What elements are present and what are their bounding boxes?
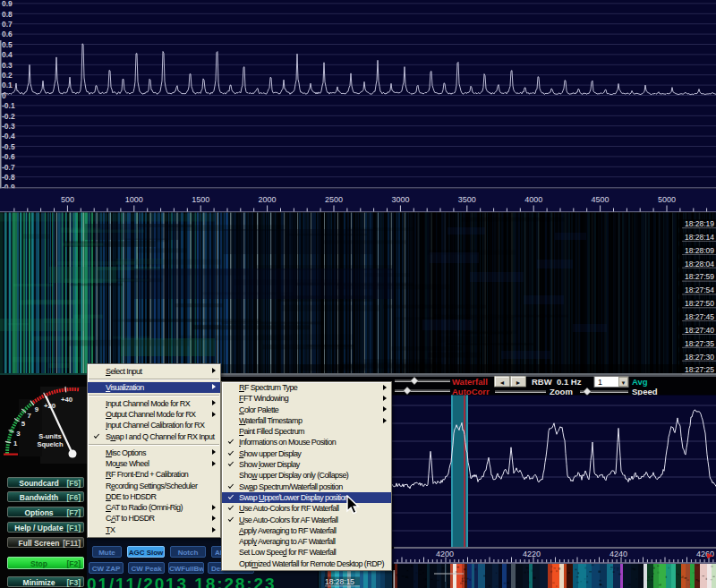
svg-text:18:28:09: 18:28:09 — [685, 246, 714, 255]
svg-text:4200: 4200 — [436, 550, 454, 558]
svg-text:4000: 4000 — [524, 195, 542, 204]
svg-text:9: 9 — [35, 405, 39, 413]
svg-text:18:27:30: 18:27:30 — [685, 353, 714, 362]
svg-text:1: 1 — [598, 378, 602, 387]
svg-text:18:28:04: 18:28:04 — [685, 260, 714, 268]
svg-text:3000: 3000 — [391, 195, 409, 204]
svg-text:4260: 4260 — [696, 550, 714, 558]
svg-text:-0.5: -0.5 — [2, 142, 15, 151]
svg-text:5000: 5000 — [658, 195, 676, 204]
svg-text:1: 1 — [13, 439, 18, 447]
svg-text:Speed: Speed — [632, 387, 658, 396]
svg-text:4500: 4500 — [592, 195, 609, 204]
svg-text:3: 3 — [16, 430, 21, 438]
svg-text:18:27:54: 18:27:54 — [685, 285, 714, 294]
svg-text:18:27:40: 18:27:40 — [685, 326, 714, 335]
svg-text:Zoom: Zoom — [550, 387, 573, 396]
svg-text:1500: 1500 — [192, 195, 209, 204]
svg-text:►: ► — [516, 379, 522, 386]
svg-text:◄: ◄ — [499, 379, 506, 386]
svg-text:0.7: 0.7 — [2, 20, 13, 29]
svg-text:+40: +40 — [61, 396, 73, 404]
svg-text:-0.7: -0.7 — [2, 163, 15, 172]
svg-text:0.4: 0.4 — [2, 50, 13, 59]
svg-text:7: 7 — [28, 412, 31, 420]
svg-text:RBW 0.1 Hz: RBW 0.1 Hz — [532, 377, 582, 387]
svg-text:Squelch: Squelch — [37, 440, 64, 448]
svg-text:18:28:14: 18:28:14 — [685, 233, 714, 242]
svg-text:18:27:50: 18:27:50 — [685, 299, 714, 308]
svg-text:18:27:59: 18:27:59 — [685, 272, 714, 281]
svg-text:Waterfall: Waterfall — [452, 377, 488, 387]
svg-text:-0.2: -0.2 — [2, 112, 15, 121]
svg-text:4240: 4240 — [609, 550, 627, 558]
svg-text:0.6: 0.6 — [2, 30, 13, 38]
svg-text:18:28:19: 18:28:19 — [685, 219, 714, 228]
svg-text:5: 5 — [21, 420, 26, 428]
svg-text:18:28:15: 18:28:15 — [325, 577, 354, 586]
svg-text:0.3: 0.3 — [2, 61, 13, 70]
svg-text:-0.3: -0.3 — [2, 122, 15, 131]
svg-text:18:27:45: 18:27:45 — [685, 312, 714, 321]
svg-text:2000: 2000 — [259, 195, 277, 204]
svg-text:-0.8: -0.8 — [2, 173, 15, 182]
svg-text:S-units: S-units — [38, 432, 61, 440]
svg-text:500: 500 — [61, 195, 74, 204]
svg-text:0.5: 0.5 — [2, 40, 13, 49]
svg-text:18:27:25: 18:27:25 — [685, 365, 714, 374]
svg-text:3500: 3500 — [458, 195, 476, 204]
svg-text:-0.1: -0.1 — [2, 101, 15, 110]
svg-text:Avg: Avg — [632, 377, 648, 387]
svg-text:AutoCorr: AutoCorr — [452, 387, 490, 396]
svg-text:-0.6: -0.6 — [2, 152, 15, 161]
svg-text:0.8: 0.8 — [2, 10, 13, 19]
svg-text:1000: 1000 — [125, 195, 143, 204]
svg-text:0.9: 0.9 — [2, 0, 13, 8]
svg-text:0.2: 0.2 — [2, 71, 13, 80]
svg-text:0.1: 0.1 — [2, 81, 13, 89]
svg-text:2500: 2500 — [325, 195, 343, 204]
svg-text:18:27:35: 18:27:35 — [685, 339, 714, 348]
svg-text:-0.4: -0.4 — [2, 132, 15, 141]
svg-text:▼: ▼ — [621, 380, 626, 386]
svg-text:4220: 4220 — [523, 550, 541, 558]
